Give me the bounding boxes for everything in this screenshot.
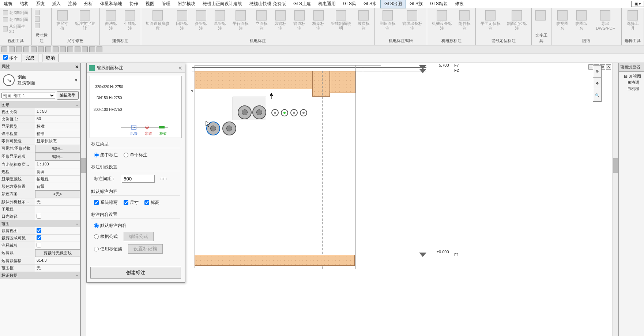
- ribbon-btn[interactable]: 朝X向剖面: [2, 10, 29, 16]
- menu-item-active[interactable]: GLS出图: [380, 0, 406, 8]
- ribbon-btn[interactable]: 管线出备标注: [400, 10, 425, 31]
- props-value[interactable]: [35, 242, 80, 249]
- menu-item[interactable]: 橄榄山正向设计建筑: [199, 0, 246, 8]
- props-value[interactable]: [35, 227, 80, 234]
- qat-save-icon[interactable]: [1, 46, 7, 52]
- props-value[interactable]: 按规程: [35, 176, 80, 183]
- props-checkbox[interactable]: [37, 235, 41, 240]
- ribbon-btn[interactable]: 管道标注: [291, 10, 308, 31]
- props-value[interactable]: 1 : 100: [35, 161, 80, 168]
- instance-selector[interactable]: 剖面: 剖面 1: [1, 93, 55, 98]
- ribbon-btn[interactable]: 删短管标注: [377, 10, 398, 31]
- props-value[interactable]: 无: [35, 198, 80, 205]
- pipe-section[interactable]: [252, 105, 266, 119]
- properties-scrollbar[interactable]: [80, 63, 86, 336]
- menu-item[interactable]: GLS族: [406, 0, 426, 8]
- multiple-checkbox[interactable]: [3, 55, 8, 60]
- menu-item[interactable]: 机电通用: [315, 0, 339, 8]
- ribbon-btn[interactable]: 导出DWG/PDF: [592, 10, 619, 31]
- qat-redo-icon[interactable]: [16, 46, 22, 52]
- props-checkbox[interactable]: [37, 228, 41, 233]
- ribbon-btn[interactable]: [34, 23, 41, 29]
- option-multiple[interactable]: 多个: [3, 55, 18, 61]
- menu-item[interactable]: 体量和场地: [97, 0, 126, 8]
- menu-item[interactable]: 建筑: [0, 0, 16, 8]
- props-value[interactable]: <无>: [35, 190, 80, 198]
- ribbon-btn[interactable]: 加管道顶底参数: [143, 10, 172, 31]
- ribbon-btn[interactable]: 改视图名: [554, 10, 571, 31]
- ribbon-btn[interactable]: 附件标注: [456, 10, 473, 31]
- ribbon-btn[interactable]: 做法标注: [102, 10, 120, 31]
- props-value[interactable]: 精细: [35, 130, 80, 137]
- create-tag-button[interactable]: 创建标注: [90, 267, 181, 279]
- ribbon-btn[interactable]: 桥架标注: [310, 10, 327, 31]
- type-selector[interactable]: 剖面 建筑剖面 ▾: [0, 71, 80, 90]
- ribbon-btn[interactable]: 平行管标注: [230, 10, 251, 31]
- menu-item[interactable]: 插入: [48, 0, 64, 8]
- ribbon-btn[interactable]: [34, 16, 41, 22]
- props-checkbox[interactable]: [37, 214, 41, 219]
- canvas-scrollbar[interactable]: [613, 63, 618, 336]
- drawing-canvas[interactable]: ◱ — ▢ ⧉ ✕ ⊕ ✥ 🔍 5.700 F7 F2 ?: [86, 63, 613, 336]
- menu-item[interactable]: 视图: [142, 0, 158, 8]
- props-value[interactable]: 标准: [35, 123, 80, 130]
- ribbon-btn[interactable]: 从剖面生3D: [2, 23, 29, 34]
- ribbon-btn[interactable]: 机械设备标注: [429, 10, 454, 31]
- ribbon-btn[interactable]: 坡度标注: [355, 10, 372, 31]
- check-elevation[interactable]: 标高: [144, 199, 159, 206]
- menu-item[interactable]: 橄榄山快模-免费版: [246, 0, 290, 8]
- props-value[interactable]: 显示原状态: [35, 138, 80, 145]
- props-checkbox[interactable]: [37, 243, 41, 247]
- pipe-section[interactable]: [238, 105, 252, 119]
- props-value[interactable]: 背景: [35, 183, 80, 190]
- props-value[interactable]: 无: [35, 265, 80, 272]
- ribbon-btn[interactable]: 回路标注: [173, 10, 191, 31]
- ribbon-btn[interactable]: 改尺寸值: [54, 10, 71, 31]
- qat-btn[interactable]: [75, 46, 80, 52]
- ribbon-btn[interactable]: 管线剖面说明: [328, 10, 353, 31]
- close-icon[interactable]: ✕: [178, 65, 182, 71]
- menu-item[interactable]: GLS水: [360, 0, 380, 8]
- qat-btn[interactable]: [38, 46, 44, 52]
- pipe-small[interactable]: [271, 109, 279, 116]
- menu-item[interactable]: 结构: [16, 0, 32, 8]
- ribbon-btn[interactable]: 剖面定位标注: [504, 10, 529, 31]
- ribbon-btn[interactable]: [34, 10, 41, 15]
- qat-btn[interactable]: [23, 46, 29, 52]
- spacing-input[interactable]: [122, 175, 155, 183]
- radio-formula[interactable]: 根据公式: [94, 234, 118, 240]
- ribbon-btn[interactable]: 单管标注: [211, 10, 229, 31]
- menu-item[interactable]: GLS精装: [426, 0, 451, 8]
- tree-item[interactable]: ⊟[0] 视图: [620, 73, 643, 79]
- check-system[interactable]: 系统缩写: [94, 199, 118, 206]
- check-size[interactable]: 尺寸: [124, 199, 139, 206]
- props-section-header[interactable]: 图形⌄: [0, 101, 80, 108]
- menu-item[interactable]: 管理: [158, 0, 174, 8]
- qat-dropdown-icon[interactable]: [97, 46, 102, 52]
- pipe-small[interactable]: [290, 109, 298, 116]
- props-value[interactable]: 1 : 50: [35, 108, 80, 115]
- props-value[interactable]: 614.3: [35, 257, 80, 264]
- radio-concentrated[interactable]: 集中标注: [94, 152, 118, 158]
- qat-btn[interactable]: [31, 46, 37, 52]
- ribbon-btn[interactable]: 风管标注: [272, 10, 289, 31]
- ribbon-btn[interactable]: 多管标注: [192, 10, 210, 31]
- qat-btn[interactable]: [60, 46, 66, 52]
- ribbon-btn[interactable]: 改图纸名: [573, 10, 590, 31]
- ribbon-expand-toggle[interactable]: ▣ ▾: [631, 1, 644, 7]
- pipe-small[interactable]: [281, 109, 288, 116]
- ribbon-btn[interactable]: 选择工具: [624, 10, 641, 31]
- menu-item[interactable]: 分析: [80, 0, 97, 8]
- crop-region[interactable]: [195, 65, 381, 268]
- radio-tag-family[interactable]: 使用标记族: [94, 246, 122, 252]
- ribbon-btn[interactable]: [534, 10, 547, 22]
- qat-btn[interactable]: [45, 46, 51, 52]
- radio-default-content[interactable]: 默认标注内容: [94, 223, 127, 229]
- chevron-down-icon[interactable]: ▾: [75, 78, 77, 83]
- menu-item[interactable]: 附加模块: [174, 0, 199, 8]
- menu-item[interactable]: 修改: [451, 0, 467, 8]
- pipe-small[interactable]: [300, 109, 307, 116]
- qat-btn[interactable]: [82, 46, 88, 52]
- menu-item[interactable]: 协作: [126, 0, 142, 8]
- menu-item[interactable]: GLS风: [339, 0, 360, 8]
